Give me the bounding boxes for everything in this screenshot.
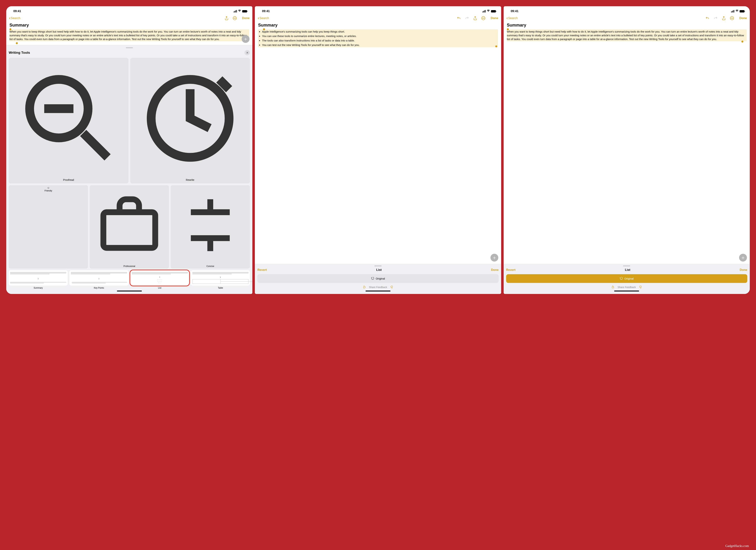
screenshot-triptych: 09:41 ‹ Search Done xyxy=(6,6,750,294)
note-title: Summary xyxy=(6,22,252,29)
list-item[interactable]: You can test out the new Writing Tools f… xyxy=(262,43,498,47)
share-icon[interactable] xyxy=(721,16,726,20)
wifi-icon xyxy=(735,10,739,13)
add-button[interactable]: ＋ xyxy=(490,254,498,262)
list-item[interactable]: Apple Intelligence's summarizing tools c… xyxy=(262,29,498,34)
add-button[interactable]: ＋ xyxy=(242,35,250,43)
note-title: Summary xyxy=(255,22,501,29)
more-icon[interactable] xyxy=(481,16,486,20)
original-button[interactable]: Original xyxy=(257,274,498,283)
battery-icon xyxy=(242,10,247,12)
nav-bar: ‹ Search Done xyxy=(504,14,750,22)
nav-bar: ‹ Search Done xyxy=(6,14,252,22)
redo-icon xyxy=(465,16,469,20)
close-button[interactable]: ✕ xyxy=(245,50,250,55)
back-button[interactable]: ‹ Search xyxy=(258,16,456,20)
note-body[interactable]: When you want to keep things short but n… xyxy=(6,29,252,45)
thumbs-up-icon[interactable] xyxy=(363,285,366,289)
add-button[interactable]: ＋ xyxy=(739,254,747,262)
share-icon[interactable] xyxy=(224,16,229,20)
phone-screen-3: 09:41 ‹ Search xyxy=(504,6,750,294)
format-list-button[interactable]: ↓ • ———• ———• —— List xyxy=(130,270,189,289)
chevron-left-icon: ‹ xyxy=(258,16,259,20)
panel-title: Writing Tools xyxy=(9,51,30,55)
status-bar: 09:41 xyxy=(6,6,252,14)
svg-point-10 xyxy=(484,18,484,18)
svg-point-14 xyxy=(733,18,733,18)
concise-icon xyxy=(171,186,249,265)
rewrite-button[interactable]: Rewrite xyxy=(130,58,250,183)
status-time: 09:41 xyxy=(262,9,270,13)
selection-handle-end[interactable] xyxy=(741,41,743,43)
battery-icon xyxy=(491,10,496,12)
result-done-button[interactable]: Done xyxy=(740,268,747,272)
selection-handle-start[interactable] xyxy=(9,28,11,30)
selection-handle-end[interactable] xyxy=(495,45,497,47)
chevron-left-icon: ‹ xyxy=(506,16,508,20)
redo-icon xyxy=(713,16,718,20)
list-item[interactable]: You can use these tools to summarize ent… xyxy=(262,34,498,38)
more-icon[interactable] xyxy=(232,16,237,20)
svg-point-3 xyxy=(235,18,236,18)
professional-button[interactable]: Professional xyxy=(90,185,169,269)
done-button[interactable]: Done xyxy=(242,16,250,20)
share-feedback-label[interactable]: Share Feedback xyxy=(369,286,387,289)
arrow-down-icon: ↓ xyxy=(132,275,188,278)
status-bar: 09:41 xyxy=(504,6,750,14)
thumbs-down-icon[interactable] xyxy=(639,285,642,289)
list-item[interactable]: The tools can also transform instruction… xyxy=(262,38,498,43)
result-done-button[interactable]: Done xyxy=(491,268,499,272)
selection-handle-end[interactable] xyxy=(16,42,18,44)
panel-grabber[interactable] xyxy=(126,47,133,48)
share-icon[interactable] xyxy=(473,16,477,20)
format-keypoints-button[interactable]: ↓ Key Points xyxy=(69,270,128,289)
concise-button[interactable]: Concise xyxy=(171,185,250,269)
status-icons xyxy=(234,10,247,13)
feedback-row: Share Feedback xyxy=(257,285,498,289)
result-panel: Revert List Done Original Share Feedback xyxy=(504,264,750,294)
panel-grabber[interactable] xyxy=(374,265,382,266)
share-feedback-label[interactable]: Share Feedback xyxy=(618,286,636,289)
home-indicator[interactable] xyxy=(614,291,639,291)
status-bar: 09:41 xyxy=(255,6,501,14)
phone-screen-2: 09:41 ‹ Search xyxy=(255,6,501,294)
svg-point-2 xyxy=(235,18,235,18)
note-title: Summary xyxy=(504,22,750,29)
undo-icon[interactable] xyxy=(705,16,710,20)
note-paragraph[interactable]: When you want to keep things short but n… xyxy=(507,29,747,41)
revert-button[interactable]: Revert xyxy=(506,268,516,272)
note-body[interactable]: Apple Intelligence's summarizing tools c… xyxy=(255,29,501,264)
proofread-button[interactable]: Proofread xyxy=(9,58,128,183)
back-button[interactable]: ‹ Search xyxy=(506,16,705,20)
panel-grabber[interactable] xyxy=(623,265,630,266)
home-indicator[interactable] xyxy=(117,291,142,291)
svg-point-12 xyxy=(731,18,731,18)
arrow-down-icon: ↓ xyxy=(71,277,127,280)
back-button[interactable]: ‹ Search xyxy=(9,16,224,20)
svg-point-1 xyxy=(234,18,234,18)
done-button[interactable]: Done xyxy=(491,16,498,20)
svg-rect-6 xyxy=(103,212,155,248)
note-body[interactable]: When you want to keep things short but n… xyxy=(504,29,750,264)
thumbs-up-icon[interactable] xyxy=(611,285,614,289)
note-bullet-list[interactable]: Apple Intelligence's summarizing tools c… xyxy=(258,29,498,47)
done-button[interactable]: Done xyxy=(739,16,747,20)
revert-icon xyxy=(620,277,623,280)
status-time: 09:41 xyxy=(13,9,21,13)
selection-handle-start[interactable] xyxy=(507,28,509,30)
note-paragraph[interactable]: When you want to keep things short but n… xyxy=(9,29,249,41)
format-table-button[interactable]: ↓ Table xyxy=(191,270,250,289)
status-time: 09:41 xyxy=(511,9,518,13)
revert-icon xyxy=(371,277,374,280)
format-summary-button[interactable]: ↓ Summary xyxy=(9,270,68,289)
arrow-down-icon: ↓ xyxy=(192,275,248,278)
original-button-active[interactable]: Original xyxy=(506,274,747,283)
battery-icon xyxy=(740,10,744,12)
friendly-button[interactable]: ☺ Friendly xyxy=(9,185,88,269)
thumbs-down-icon[interactable] xyxy=(390,285,393,289)
more-icon[interactable] xyxy=(730,16,734,20)
undo-icon[interactable] xyxy=(456,16,461,20)
home-indicator[interactable] xyxy=(366,291,390,291)
revert-button[interactable]: Revert xyxy=(257,268,267,272)
wifi-icon xyxy=(238,10,241,13)
